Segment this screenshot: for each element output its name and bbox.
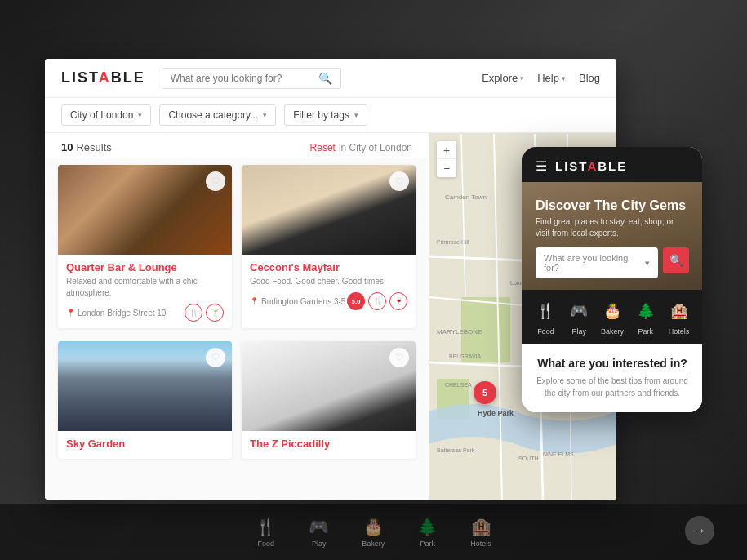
bottom-arrow-btn[interactable]: → — [685, 516, 714, 545]
card-z-piccadilly-image: ♡ — [242, 341, 416, 431]
mobile-interest-section: What are you interested in? Explore some… — [522, 344, 702, 412]
mobile-cat-play[interactable]: 🎮 Play — [566, 298, 592, 336]
reset-button[interactable]: Reset — [310, 142, 336, 153]
category-filter[interactable]: Choose a category... ▾ — [159, 104, 276, 126]
bottom-taskbar: 🍴 Food 🎮 Play 🎂 Bakery 🌲 Park 🏨 Hotels → — [0, 504, 747, 560]
filter-bar: City of London ▾ Choose a category... ▾ … — [45, 98, 616, 133]
bakery-category-icon: 🎂 — [599, 298, 625, 324]
card-sky-garden-body: Sky Garden — [58, 431, 232, 459]
bottom-park-icon[interactable]: 🌲 Park — [417, 517, 438, 548]
svg-text:MARYLEBONE: MARYLEBONE — [437, 328, 482, 336]
bottom-bakery-icon[interactable]: 🎂 Bakery — [362, 517, 385, 548]
mobile-search-placeholder: What are you looking for? — [544, 253, 645, 273]
food-category-icon: 🍴 — [532, 298, 558, 324]
mobile-logo: LISTABLE — [555, 159, 627, 173]
bottom-hotels-icon[interactable]: 🏨 Hotels — [470, 517, 491, 548]
card-z-piccadilly-title: The Z Piccadilly — [250, 438, 407, 450]
location-pin-icon-2: 📍 — [250, 297, 259, 305]
badge-food-icon-2: 🍴 — [368, 292, 386, 310]
mobile-search-input[interactable]: What are you looking for? ▾ — [536, 247, 658, 278]
listing-panel: 10 Results Reset in City of London ♡ Qua… — [45, 133, 429, 500]
card-cecconis-image: ♡ — [242, 165, 416, 255]
play-category-label: Play — [571, 327, 586, 336]
city-filter-label: City of London — [70, 109, 133, 121]
results-header: 10 Results Reset in City of London — [45, 133, 429, 158]
card-quarter-bar-footer: 📍 London Bridge Street 10 🍴 🍸 — [66, 304, 224, 322]
badge-cocktail-icon: 🍸 — [206, 304, 224, 322]
badge-score: 5.0 — [347, 292, 365, 310]
cards-grid: ♡ Quarter Bar & Lounge Relaxed and comfo… — [45, 158, 429, 473]
card-cecconis-desc: Good Food. Good cheer. Good times — [250, 276, 407, 287]
desktop-search-input[interactable] — [171, 73, 313, 84]
card-cecconis-title: Cecconi's Mayfair — [250, 261, 407, 273]
park-category-label: Park — [638, 327, 654, 336]
desktop-search-button[interactable]: 🔍 — [318, 72, 332, 85]
svg-text:BELGRAVIA: BELGRAVIA — [449, 353, 481, 359]
location-pin-icon: 📍 — [66, 309, 75, 317]
card-cecconis-footer: 📍 Burlington Gardens 3-5 5.0 🍴 🍷 — [250, 292, 407, 310]
results-count: 10 — [61, 141, 73, 153]
nav-explore[interactable]: Explore ▾ — [482, 72, 524, 84]
help-chevron-icon: ▾ — [562, 74, 566, 82]
svg-text:Camden Town: Camden Town — [445, 193, 487, 201]
card-sky-garden[interactable]: ♡ Sky Garden — [58, 341, 232, 459]
svg-text:SOUTH: SOUTH — [518, 456, 539, 461]
explore-chevron-icon: ▾ — [520, 74, 524, 82]
bottom-hotels-label: Hotels — [470, 540, 491, 548]
city-filter[interactable]: City of London ▾ — [61, 104, 151, 126]
category-chevron-icon: ▾ — [263, 111, 267, 119]
card-cecconis[interactable]: ♡ Cecconi's Mayfair Good Food. Good chee… — [242, 165, 416, 328]
card-quarter-bar[interactable]: ♡ Quarter Bar & Lounge Relaxed and comfo… — [58, 165, 232, 328]
card-cecconis-body: Cecconi's Mayfair Good Food. Good cheer.… — [242, 255, 416, 317]
mobile-categories: 🍴 Food 🎮 Play 🎂 Bakery 🌲 Park 🏨 Hotels — [522, 290, 702, 344]
map-zoom-controls: + − — [437, 141, 456, 177]
svg-text:NINE ELMS: NINE ELMS — [543, 451, 574, 457]
svg-text:CHELSEA: CHELSEA — [445, 382, 472, 388]
card-cecconis-location: 📍 Burlington Gardens 3-5 — [250, 297, 345, 306]
results-label: Results — [76, 141, 111, 153]
svg-text:Hyde Park: Hyde Park — [478, 409, 514, 417]
mobile-interest-subtitle: Explore some of the best tips from aroun… — [536, 375, 689, 399]
desktop-header: LISTABLE 🔍 Explore ▾ Help ▾ Blog — [45, 59, 616, 98]
badge-food-icon: 🍴 — [185, 304, 202, 322]
card-quarter-bar-location: 📍 London Bridge Street 10 — [66, 309, 166, 318]
map-zoom-in-button[interactable]: + — [437, 141, 456, 159]
card-quarter-bar-favorite-btn[interactable]: ♡ — [206, 171, 225, 191]
bottom-food-icon[interactable]: 🍴 Food — [256, 517, 276, 548]
card-cecconis-favorite-btn[interactable]: ♡ — [389, 171, 409, 191]
card-quarter-bar-desc: Relaxed and comfortable with a chic atmo… — [66, 276, 224, 299]
card-sky-garden-image: ♡ — [58, 341, 232, 431]
park-category-icon: 🌲 — [633, 298, 659, 324]
mobile-cat-hotels[interactable]: 🏨 Hotels — [666, 298, 692, 336]
mobile-app: ☰ LISTABLE Discover The City Gems Find g… — [522, 147, 702, 412]
desktop-nav: Explore ▾ Help ▾ Blog — [482, 72, 600, 84]
mobile-search-dropdown-icon: ▾ — [645, 258, 650, 269]
nav-help[interactable]: Help ▾ — [537, 72, 566, 84]
desktop-search-bar[interactable]: 🔍 — [162, 68, 341, 89]
card-z-piccadilly-favorite-btn[interactable]: ♡ — [389, 348, 409, 367]
card-quarter-bar-body: Quarter Bar & Lounge Relaxed and comfort… — [58, 255, 232, 328]
svg-text:Battersea Park: Battersea Park — [437, 447, 475, 453]
mobile-cat-bakery[interactable]: 🎂 Bakery — [599, 298, 625, 336]
desktop-logo: LISTABLE — [61, 69, 145, 87]
mobile-search-button[interactable]: 🔍 — [663, 247, 689, 273]
mobile-menu-icon[interactable]: ☰ — [536, 158, 547, 174]
mobile-cat-food[interactable]: 🍴 Food — [532, 298, 558, 336]
nav-blog[interactable]: Blog — [579, 72, 600, 84]
bottom-play-icon[interactable]: 🎮 Play — [309, 517, 329, 548]
card-z-piccadilly[interactable]: ♡ The Z Piccadilly — [242, 341, 416, 459]
map-marker-london: 5 — [474, 381, 496, 404]
card-sky-garden-title: Sky Garden — [66, 438, 224, 450]
mobile-cat-park[interactable]: 🌲 Park — [633, 298, 659, 336]
mobile-hero: Discover The City Gems Find great places… — [522, 182, 702, 290]
card-quarter-bar-badges: 🍴 🍸 — [185, 304, 224, 322]
bakery-category-label: Bakery — [601, 327, 624, 336]
map-zoom-out-button[interactable]: − — [437, 159, 456, 177]
card-z-piccadilly-body: The Z Piccadilly — [242, 431, 416, 459]
bottom-bakery-label: Bakery — [362, 540, 385, 548]
results-city-label: in City of London — [339, 142, 412, 153]
card-sky-garden-favorite-btn[interactable]: ♡ — [206, 348, 225, 367]
city-chevron-icon: ▾ — [138, 111, 142, 119]
tags-filter[interactable]: Filter by tags ▾ — [284, 104, 367, 126]
badge-wine-icon: 🍷 — [389, 292, 407, 310]
